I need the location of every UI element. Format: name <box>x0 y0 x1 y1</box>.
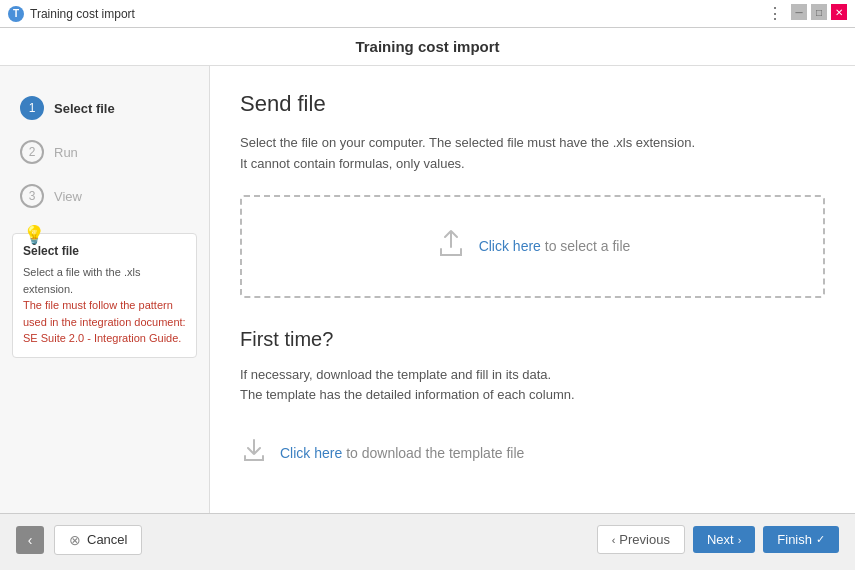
upload-area[interactable]: Click here to select a file <box>240 195 825 298</box>
cancel-icon: ⊗ <box>69 532 81 548</box>
close-button[interactable]: ✕ <box>831 4 847 20</box>
prev-chevron-icon: ‹ <box>612 534 616 546</box>
step-2-circle: 2 <box>20 140 44 164</box>
title-bar-left: T Training cost import <box>8 6 135 22</box>
main-container: 1 Select file 2 Run 3 View 💡 Select file… <box>0 66 855 513</box>
title-bar: T Training cost import ⋮ ─ □ ✕ <box>0 0 855 28</box>
footer-left: ‹ ⊗ Cancel <box>16 525 142 555</box>
download-area: Click here to download the template file <box>240 426 825 480</box>
app-icon: T <box>8 6 24 22</box>
sidebar: 1 Select file 2 Run 3 View 💡 Select file… <box>0 66 210 513</box>
hint-box: 💡 Select file Select a file with the .xl… <box>12 233 197 358</box>
finish-button[interactable]: Finish ✓ <box>763 526 839 553</box>
hint-title: Select file <box>23 244 186 258</box>
footer-right: ‹ Previous Next › Finish ✓ <box>597 525 839 554</box>
finish-label: Finish <box>777 532 812 547</box>
download-icon <box>240 436 268 470</box>
download-link[interactable]: Click here <box>280 445 342 461</box>
upload-icon <box>435 227 467 266</box>
first-time-description: If necessary, download the template and … <box>240 365 825 407</box>
step-3-label: View <box>54 189 82 204</box>
content-area: Send file Select the file on your comput… <box>210 66 855 513</box>
previous-button[interactable]: ‹ Previous <box>597 525 685 554</box>
window-controls: ⋮ ─ □ ✕ <box>763 4 847 23</box>
dialog-title: Training cost import <box>355 38 499 55</box>
dialog-header: Training cost import <box>0 28 855 66</box>
footer: ‹ ⊗ Cancel ‹ Previous Next › Finish ✓ <box>0 513 855 565</box>
bulb-icon: 💡 <box>23 224 45 246</box>
cancel-label: Cancel <box>87 532 127 547</box>
previous-label: Previous <box>619 532 670 547</box>
finish-check-icon: ✓ <box>816 533 825 546</box>
download-area-text[interactable]: Click here to download the template file <box>280 445 524 461</box>
step-1[interactable]: 1 Select file <box>0 86 209 130</box>
step-2[interactable]: 2 Run <box>0 130 209 174</box>
upload-suffix: to select a file <box>545 238 631 254</box>
window-title: Training cost import <box>30 7 135 21</box>
first-time-title: First time? <box>240 328 825 351</box>
minimize-button[interactable]: ─ <box>791 4 807 20</box>
upload-link[interactable]: Click here <box>479 238 541 254</box>
step-1-label: Select file <box>54 101 115 116</box>
cancel-button[interactable]: ⊗ Cancel <box>54 525 142 555</box>
step-3-circle: 3 <box>20 184 44 208</box>
upload-area-text[interactable]: Click here to select a file <box>479 238 631 254</box>
more-options-icon[interactable]: ⋮ <box>763 4 787 23</box>
step-3[interactable]: 3 View <box>0 174 209 218</box>
step-2-label: Run <box>54 145 78 160</box>
hint-text: Select a file with the .xls extension. T… <box>23 264 186 347</box>
collapse-button[interactable]: ‹ <box>16 526 44 554</box>
step-1-circle: 1 <box>20 96 44 120</box>
maximize-button[interactable]: □ <box>811 4 827 20</box>
send-file-description: Select the file on your computer. The se… <box>240 133 825 175</box>
next-label: Next <box>707 532 734 547</box>
send-file-title: Send file <box>240 91 825 117</box>
next-button[interactable]: Next › <box>693 526 755 553</box>
next-chevron-icon: › <box>738 534 742 546</box>
download-suffix: to download the template file <box>346 445 524 461</box>
